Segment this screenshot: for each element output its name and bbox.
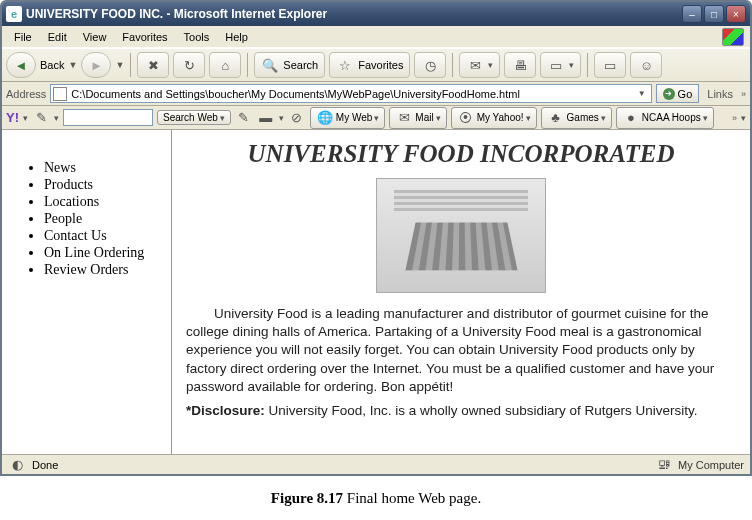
sidebar: News Products Locations People Contact U…	[2, 130, 172, 454]
mail-yahoo-button[interactable]: ✉Mail▾	[389, 107, 446, 129]
content-area: News Products Locations People Contact U…	[2, 130, 750, 454]
search-button[interactable]: 🔍 Search	[254, 52, 325, 78]
figure-caption: Figure 8.17 Final home Web page.	[0, 490, 752, 507]
ncaa-button[interactable]: ●NCAA Hoops▾	[616, 107, 714, 129]
history-icon: ◷	[421, 56, 439, 74]
disclosure-label: *Disclosure:	[186, 403, 265, 418]
sidebar-item-news[interactable]: News	[44, 160, 163, 176]
favorites-label: Favorites	[358, 59, 403, 71]
menu-tools[interactable]: Tools	[176, 29, 218, 45]
search-icon: 🔍	[261, 56, 279, 74]
factory-image	[376, 178, 546, 293]
intro-paragraph: University Food is a leading manufacture…	[186, 305, 736, 396]
done-icon: ◐	[8, 456, 26, 474]
mail-icon: ✉	[466, 56, 484, 74]
menu-help[interactable]: Help	[217, 29, 256, 45]
home-icon: ⌂	[216, 56, 234, 74]
address-label: Address	[6, 88, 46, 100]
sidebar-item-contact[interactable]: Contact Us	[44, 228, 163, 244]
forward-arrow-icon: ►	[87, 56, 105, 74]
menu-edit[interactable]: Edit	[40, 29, 75, 45]
globe-icon: 🌐	[316, 109, 334, 127]
ie-icon: e	[6, 6, 22, 22]
main-content: UNIVERSITY FOOD INCORPORATED University …	[172, 130, 750, 454]
search-web-button[interactable]: Search Web▾	[157, 110, 231, 125]
back-arrow-icon: ◄	[12, 56, 30, 74]
links-chevron-icon[interactable]: »	[741, 89, 746, 99]
myyahoo-button[interactable]: ⦿My Yahoo!▾	[451, 107, 537, 129]
address-input-container[interactable]: C:\Documents and Settings\boucher\My Doc…	[50, 84, 651, 103]
myweb-button[interactable]: 🌐My Web▾	[310, 107, 386, 129]
highlight-icon[interactable]: ▬	[257, 109, 275, 127]
forward-dropdown-icon[interactable]: ▼	[115, 60, 124, 70]
menu-favorites[interactable]: Favorites	[114, 29, 175, 45]
menu-file[interactable]: File	[6, 29, 40, 45]
forward-button[interactable]: ►	[81, 52, 111, 78]
sidebar-item-locations[interactable]: Locations	[44, 194, 163, 210]
star-icon: ☆	[336, 56, 354, 74]
edit-button[interactable]: ▭▾	[540, 52, 581, 78]
games-button[interactable]: ♣Games▾	[541, 107, 612, 129]
menu-view[interactable]: View	[75, 29, 115, 45]
back-button[interactable]: ◄	[6, 52, 36, 78]
back-label[interactable]: Back	[40, 59, 64, 71]
stop-icon: ✖	[144, 56, 162, 74]
favorites-button[interactable]: ☆ Favorites	[329, 52, 410, 78]
history-button[interactable]: ◷	[414, 52, 446, 78]
pencil-icon[interactable]: ✎	[32, 109, 50, 127]
window-title: UNIVERSITY FOOD INC. - Microsoft Interne…	[26, 7, 682, 21]
sidebar-item-ordering[interactable]: On Line Ordering	[44, 245, 163, 261]
print-icon: 🖶	[511, 56, 529, 74]
yahoo-search-input[interactable]	[63, 109, 153, 126]
yahoo-more-chevron-icon[interactable]: »	[732, 113, 737, 123]
discuss-icon: ▭	[601, 56, 619, 74]
pencil2-icon[interactable]: ✎	[235, 109, 253, 127]
go-button[interactable]: ➔ Go	[656, 84, 700, 103]
figure-text: Final home Web page.	[343, 490, 481, 506]
go-arrow-icon: ➔	[663, 88, 675, 100]
zone-label: My Computer	[678, 459, 744, 471]
sidebar-item-people[interactable]: People	[44, 211, 163, 227]
sidebar-item-review[interactable]: Review Orders	[44, 262, 163, 278]
go-label: Go	[678, 88, 693, 100]
links-label[interactable]: Links	[703, 88, 737, 100]
back-dropdown-icon[interactable]: ▼	[68, 60, 77, 70]
status-text: Done	[32, 459, 650, 471]
mail-button[interactable]: ✉▾	[459, 52, 500, 78]
disclosure-paragraph: *Disclosure: University Food, Inc. is a …	[186, 402, 736, 420]
disclosure-text: University Food, Inc. is a wholly owned …	[265, 403, 698, 418]
maximize-button[interactable]: □	[704, 5, 724, 23]
document-icon	[53, 87, 67, 101]
figure-number: Figure 8.17	[271, 490, 343, 506]
print-button[interactable]: 🖶	[504, 52, 536, 78]
games-icon: ♣	[547, 109, 565, 127]
popup-icon[interactable]: ⊘	[288, 109, 306, 127]
yahoo-logo-icon[interactable]: Y!	[6, 110, 19, 125]
my-icon: ⦿	[457, 109, 475, 127]
stop-button[interactable]: ✖	[137, 52, 169, 78]
messenger-icon: ☺	[637, 56, 655, 74]
windows-flag-icon	[722, 28, 744, 46]
messenger-button[interactable]: ☺	[630, 52, 662, 78]
titlebar: e UNIVERSITY FOOD INC. - Microsoft Inter…	[2, 2, 750, 26]
discuss-button[interactable]: ▭	[594, 52, 626, 78]
home-button[interactable]: ⌂	[209, 52, 241, 78]
minimize-button[interactable]: –	[682, 5, 702, 23]
refresh-icon: ↻	[180, 56, 198, 74]
security-zone: 🖳 My Computer	[656, 456, 744, 474]
refresh-button[interactable]: ↻	[173, 52, 205, 78]
sidebar-item-products[interactable]: Products	[44, 177, 163, 193]
computer-icon: 🖳	[656, 456, 674, 474]
address-bar: Address C:\Documents and Settings\bouche…	[2, 82, 750, 106]
browser-window: e UNIVERSITY FOOD INC. - Microsoft Inter…	[0, 0, 752, 476]
status-bar: ◐ Done 🖳 My Computer	[2, 454, 750, 474]
search-label: Search	[283, 59, 318, 71]
nav-toolbar: ◄ Back ▼ ► ▼ ✖ ↻ ⌂ 🔍 Search ☆ Favorites …	[2, 48, 750, 82]
close-button[interactable]: ×	[726, 5, 746, 23]
yahoo-toolbar: Y! ▾ ✎▾ Search Web▾ ✎ ▬▾ ⊘ 🌐My Web▾ ✉Mai…	[2, 106, 750, 130]
ball-icon: ●	[622, 109, 640, 127]
menubar: File Edit View Favorites Tools Help	[2, 26, 750, 48]
page-heading: UNIVERSITY FOOD INCORPORATED	[186, 140, 736, 168]
address-text[interactable]: C:\Documents and Settings\boucher\My Doc…	[71, 88, 630, 100]
address-dropdown-icon[interactable]: ▼	[635, 89, 649, 98]
